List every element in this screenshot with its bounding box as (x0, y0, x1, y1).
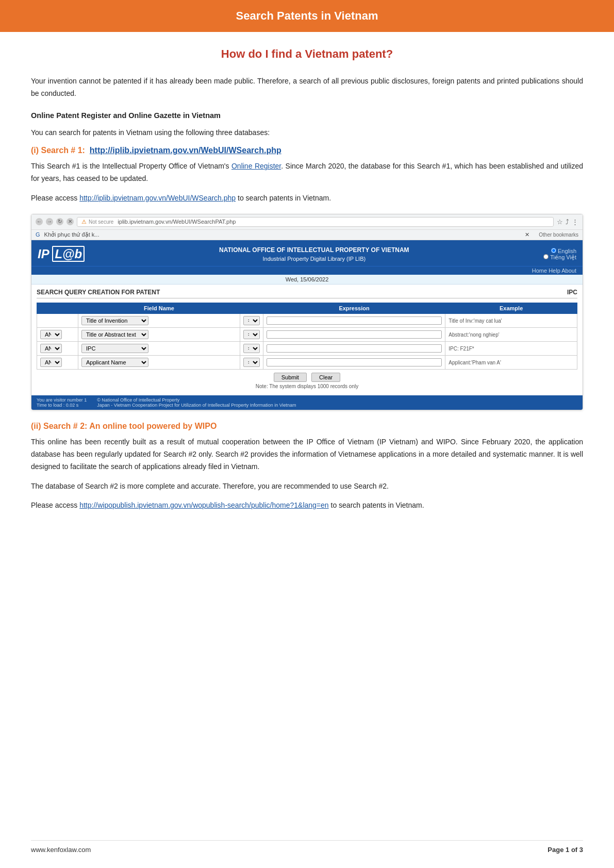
lang-vi-radio[interactable] (543, 254, 549, 259)
row2-connector: AND (37, 328, 78, 342)
tab-close-icon[interactable]: ✕ (525, 231, 529, 238)
share-icon[interactable]: ⤴ (566, 218, 569, 226)
page-footer: www.kenfoxlaw.com Page 1 of 3 (31, 840, 583, 854)
row4-expression (263, 356, 445, 370)
row4-example: Applicant:'Pham van A' (445, 356, 577, 370)
table-row: AND Applicant Name = (37, 356, 577, 370)
row3-expr-input[interactable] (267, 344, 442, 353)
search1-access-link[interactable]: http://iplib.ipvietnam.gov.vn/WebUI/WSea… (79, 194, 236, 202)
row2-field: Title or Abstract text (78, 328, 240, 342)
row2-connector-select[interactable]: AND (40, 330, 62, 339)
row2-field-select[interactable]: Title or Abstract text (81, 330, 148, 339)
form-title-text: SEARCH QUERY CREATION FOR PATENT (37, 289, 160, 296)
browser-address-bar[interactable]: ⚠ Not secure iplib.ipvietnam.gov.vn/WebU… (77, 217, 554, 227)
search1-body1: This Search #1 is the Intellectual Prope… (31, 160, 583, 185)
row1-op-select[interactable]: = (243, 316, 260, 325)
footer-org-text: © National Office of Intellectual Proper… (97, 397, 296, 408)
header-bar: Search Patents in Vietnam (0, 0, 614, 32)
row4-field-select[interactable]: Applicant Name (81, 358, 148, 367)
load-time-text: Time to load : 0.02 s (37, 403, 87, 408)
bookmarks-label: Other bookmarks (539, 232, 578, 238)
row4-op-select[interactable]: = (243, 358, 260, 367)
not-secure-label: Not secure (89, 219, 113, 225)
row1-op: = (240, 314, 263, 328)
row3-field: IPC (78, 342, 240, 356)
footer-website: www.kenfoxlaw.com (31, 846, 91, 854)
search2-access-post: search patents in Vietnam. (337, 501, 424, 509)
footer-page: Page 1 of 3 (547, 846, 583, 854)
row1-field: Title of Invention (78, 314, 240, 328)
form-note: Note: The system displays 1000 records o… (37, 383, 577, 389)
row4-connector-select[interactable]: AND (40, 358, 62, 367)
browser-website-content: IP L@b NATIONAL OFFICE OF INTELLECTUAL P… (31, 240, 583, 410)
iplib-title-line1: NATIONAL OFFICE OF INTELLECTUAL PROPERTY… (219, 245, 409, 255)
browser-back-btn[interactable]: ← (36, 218, 43, 225)
search2-access-link[interactable]: http://wipopublish.ipvietnam.gov.vn/wopu… (79, 501, 328, 509)
intro-paragraph: Your invention cannot be patented if it … (31, 75, 583, 100)
row3-connector-select[interactable]: AND (40, 344, 62, 353)
iplib-date: Wed, 15/06/2022 (286, 276, 329, 282)
ip-text: IP (38, 247, 52, 261)
row3-op: = (240, 342, 263, 356)
row1-field-select[interactable]: Title of Invention (81, 316, 148, 325)
search1-url-link[interactable]: http://iplib.ipvietnam.gov.vn/WebUI/WSea… (90, 146, 281, 155)
table-row: AND IPC = (37, 342, 577, 356)
row3-op-select[interactable]: = (243, 344, 260, 353)
search1-body1-pre: This Search #1 is the Intellectual Prope… (31, 162, 231, 170)
clear-button[interactable]: Clear (311, 373, 340, 382)
submit-button[interactable]: Submit (274, 373, 307, 382)
browser-footer: You are visitor number 1 Time to load : … (31, 395, 583, 410)
row1-expression (263, 314, 445, 328)
more-icon[interactable]: ⋮ (572, 218, 578, 226)
page-title: How do I find a Vietnam patent? (31, 47, 583, 61)
lang-en-label[interactable]: English (551, 248, 576, 254)
search1-label: (i) Search # 1: (31, 146, 85, 155)
search1-access-post: to search patents in Vietnam. (236, 194, 331, 202)
row1-expr-input[interactable] (267, 316, 442, 325)
browser-close-btn[interactable]: ✕ (67, 218, 74, 225)
row2-op-select[interactable]: = (243, 330, 260, 339)
col-header-op (240, 303, 263, 314)
iplib-center-text: NATIONAL OFFICE OF INTELLECTUAL PROPERTY… (219, 245, 409, 263)
row3-example: IPC: F21F* (445, 342, 577, 356)
row2-expr-input[interactable] (267, 330, 442, 339)
ipc-label: IPC (567, 289, 577, 296)
iplib-title-line2: Industrial Property Digital Library (IP … (219, 255, 409, 263)
browser-refresh-btn[interactable]: ↻ (56, 218, 63, 225)
browser-mockup: ← → ↻ ✕ ⚠ Not secure iplib.ipvietnam.gov… (31, 214, 583, 411)
coop-text: Japan - Vietnam Cooperation Project for … (97, 403, 296, 408)
browser-tab-bar: G Khởi phục thứ đặt k... ✕ Other bookmar… (31, 230, 583, 240)
row4-connector: AND (37, 356, 78, 370)
browser-bar: ← → ↻ ✕ ⚠ Not secure iplib.ipvietnam.gov… (31, 214, 583, 230)
search2-body2: The database of Search #2 is more comple… (31, 480, 583, 493)
browser-toolbar-icons: ☆ ⤴ ⋮ (557, 218, 578, 226)
iplib-logo: IP L@b (38, 247, 85, 261)
col-header-fieldname: Field Name (78, 303, 240, 314)
lang-en-radio[interactable] (551, 248, 556, 253)
col-header-connector (37, 303, 78, 314)
row3-field-select[interactable]: IPC (81, 344, 148, 353)
submit-row: Submit Clear Note: The system displays 1… (37, 370, 577, 391)
bookmark-icon[interactable]: ☆ (557, 218, 563, 226)
search-tab-icon: G (36, 231, 40, 238)
iplib-header: IP L@b NATIONAL OFFICE OF INTELLECTUAL P… (31, 240, 583, 266)
search-form-area: SEARCH QUERY CREATION FOR PATENT IPC Fie… (31, 285, 583, 395)
browser-forward-btn[interactable]: → (46, 218, 53, 225)
iplib-lang-selector: English Tiếng Việt (543, 248, 576, 261)
online-register-link[interactable]: Online Register (231, 162, 281, 170)
row2-op: = (240, 328, 263, 342)
search2-heading: (ii) Search # 2: An online tool powered … (31, 422, 583, 431)
lab-text: L@b (52, 246, 85, 262)
page-header-title: Search Patents in Vietnam (21, 9, 593, 23)
table-row: AND Title or Abstract text = (37, 328, 577, 342)
search2-access-pre: Please access (31, 501, 79, 509)
col-header-expression: Expression (263, 303, 445, 314)
lang-vi-label[interactable]: Tiếng Việt (543, 254, 576, 260)
tab-label[interactable]: Khởi phục thứ đặt k... (44, 231, 99, 238)
search1-access: Please access http://iplib.ipvietnam.gov… (31, 192, 583, 205)
iplib-nav-links: Home Help About (532, 268, 576, 274)
search1-heading: (i) Search # 1: http://iplib.ipvietnam.g… (31, 146, 583, 155)
search2-access: Please access http://wipopublish.ipvietn… (31, 499, 583, 512)
search-form-table: Field Name Expression Example (37, 303, 577, 370)
row4-expr-input[interactable] (267, 358, 442, 366)
